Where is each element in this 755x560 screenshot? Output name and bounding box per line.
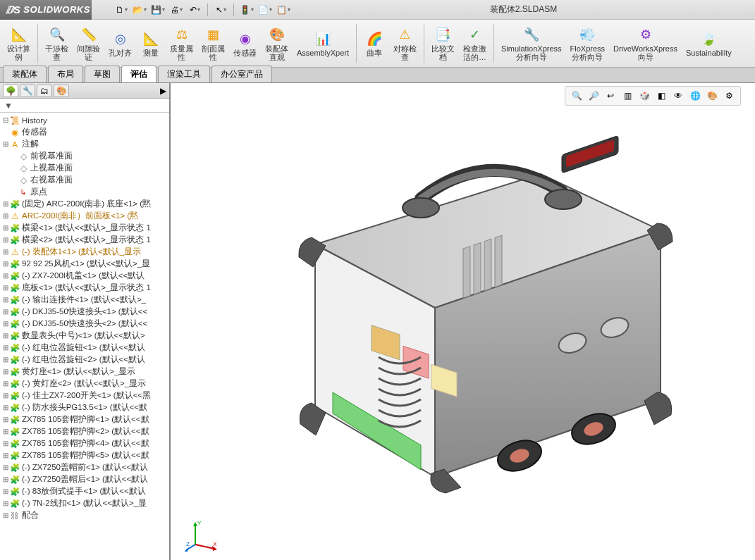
tab-render[interactable]: 渲染工具 — [158, 66, 210, 82]
configuration-manager-tab[interactable]: 🗂 — [37, 85, 52, 97]
expand-toggle[interactable]: ⊞ — [1, 499, 9, 507]
tree-item[interactable]: ⊞⚠ARC-200I(南非）前面板<1> (黙 — [0, 210, 169, 222]
open-button[interactable]: 📂▾ — [131, 2, 148, 18]
expand-toggle[interactable]: ⊞ — [1, 248, 9, 256]
tree-item[interactable]: ⊞🧩底板<1> (默认<<默认>_显示状态 1 — [0, 282, 169, 294]
expand-toggle[interactable]: ⊞ — [1, 308, 9, 316]
display-manager-tab[interactable]: 🎨 — [54, 85, 69, 97]
tree-item[interactable]: ⊞🧩(-) DKJ35-50快速接头<1> (默认<< — [0, 306, 169, 318]
save-button[interactable]: 💾▾ — [149, 2, 166, 18]
feature-tree[interactable]: ⊟📜History◉传感器⊞A注解◇前视基准面◇上视基准面◇右视基准面↳原点⊞🧩… — [0, 113, 169, 560]
expand-toggle[interactable]: ⊞ — [1, 284, 9, 292]
rebuild-button[interactable]: 🚦▾ — [238, 2, 255, 18]
tree-item[interactable]: ◉传感器 — [0, 126, 169, 138]
driveworksxpress-button[interactable]: ⚙DriveWorksXpress 向导 — [609, 20, 682, 67]
tree-item[interactable]: ⊞🧩ZX785 105套帽护脚<2> (默认<<默 — [0, 425, 169, 437]
tree-item[interactable]: ⊞🧩(-) 83放倒式提手<1> (默认<<默认 — [0, 485, 169, 497]
assembly-visual-button[interactable]: 🎨装配体 直观 — [261, 20, 293, 67]
tree-item[interactable]: ⊞🧩92 92 25风机<1> (默认<<默认>_显 — [0, 258, 169, 270]
tree-item[interactable]: ⊞🧩(-) 7N-2线扣<1> (默认<<默认>_显 — [0, 497, 169, 509]
tab-scroll-right-icon[interactable]: ▶ — [160, 86, 166, 96]
floxpress-button[interactable]: 💨FloXpress 分析向导 — [566, 20, 610, 67]
tree-item[interactable]: ⊞🧩(-) 输出连接件<1> (默认<<默认>_ — [0, 294, 169, 306]
assemblyxpert-button[interactable]: 📊AssemblyXpert — [293, 20, 353, 67]
properties-button[interactable]: 📋▾ — [275, 2, 292, 18]
expand-toggle[interactable]: ⊞ — [1, 224, 9, 232]
expand-toggle[interactable]: ⊞ — [1, 380, 9, 387]
expand-toggle[interactable]: ⊞ — [1, 463, 9, 471]
tree-item[interactable]: ⊞🧩ZX785 105套帽护脚<4> (默认<<默 — [0, 437, 169, 449]
tree-item[interactable]: ⊞🧩(-) ZX7250盖帽后<1> (默认<<默认 — [0, 473, 169, 485]
expand-toggle[interactable]: ⊞ — [1, 368, 9, 375]
tree-item[interactable]: ↳原点 — [0, 186, 169, 198]
expand-toggle[interactable]: ⊞ — [1, 404, 9, 411]
tree-item[interactable]: ⊞🧩(固定) ARC-200I(南非) 底座<1> (黙 — [0, 198, 169, 210]
expand-toggle[interactable]: ⊞ — [1, 487, 9, 495]
sensor-button[interactable]: ◉传感器 — [229, 20, 261, 67]
compare-button[interactable]: 📑比较文 档 — [427, 20, 459, 67]
tree-item[interactable]: ⊞🧩(-) 佳士ZX7-200开关<1> (默认<<黑 — [0, 390, 169, 402]
check-active-button[interactable]: ✓检查激 活的… — [459, 20, 491, 67]
measure-button[interactable]: 📐测量 — [136, 20, 166, 67]
expand-toggle[interactable]: ⊞ — [1, 200, 9, 208]
undo-button[interactable]: ↶▾ — [186, 2, 203, 18]
expand-toggle[interactable]: ⊞ — [1, 511, 9, 519]
symmetry-button[interactable]: ⚠对称检 查 — [389, 20, 421, 67]
tree-item[interactable]: ⊞🧩(-) DKJ35-50快速接头<2> (默认<< — [0, 318, 169, 330]
tree-item[interactable]: ◇右视基准面 — [0, 174, 169, 186]
sustainability-button[interactable]: 🍃Sustainability — [682, 20, 736, 67]
expand-toggle[interactable]: ⊞ — [1, 140, 9, 148]
tree-item[interactable]: ⊞🧩(-) 红电位器旋钮<2> (默认<<默认 — [0, 354, 169, 366]
tab-office[interactable]: 办公室产品 — [211, 66, 272, 82]
tree-item[interactable]: ⊞🧩数显表头(中号)<1> (默认<<默认> — [0, 330, 169, 342]
hole-align-button[interactable]: ◎孔对齐 — [104, 20, 136, 67]
expand-toggle[interactable]: ⊞ — [1, 236, 9, 244]
expand-toggle[interactable]: ⊞ — [1, 392, 9, 399]
tree-item[interactable]: ⊞🧩横梁<2> (默认<<默认>_显示状态 1 — [0, 234, 169, 246]
expand-toggle[interactable]: ⊞ — [1, 452, 9, 459]
tree-item[interactable]: ⊞🧩黄灯座<1> (默认<<默认>_显示 — [0, 366, 169, 378]
select-button[interactable]: ↖▾ — [212, 2, 229, 18]
tree-item[interactable]: ◇上视基准面 — [0, 162, 169, 174]
tree-item[interactable]: ⊞🧩(-) ZX7250盖帽前<1> (默认<<默认 — [0, 461, 169, 473]
tree-item[interactable]: ⊞🧩ZX785 105套帽护脚<5> (默认<<默 — [0, 449, 169, 461]
tree-item[interactable]: ⊞A注解 — [0, 138, 169, 150]
orientation-triad[interactable]: Y X Z — [185, 516, 220, 552]
expand-toggle[interactable]: ⊞ — [1, 332, 9, 340]
simulationxpress-button[interactable]: 🔧SimulationXpress 分析向导 — [497, 20, 566, 67]
tab-layout[interactable]: 布局 — [48, 66, 83, 82]
tree-item[interactable]: ⊟📜History — [0, 114, 169, 126]
tree-item[interactable]: ◇前视基准面 — [0, 150, 169, 162]
print-button[interactable]: 🖨▾ — [168, 2, 185, 18]
tree-item[interactable]: ⊞🧩横梁<1> (默认<<默认>_显示状态 1 — [0, 222, 169, 234]
design-study-button[interactable]: 📐设计算 例 — [3, 20, 35, 67]
interference-button[interactable]: 🔍干涉检 查 — [41, 20, 73, 67]
tab-assembly[interactable]: 装配体 — [3, 66, 47, 82]
expand-toggle[interactable]: ⊞ — [1, 356, 9, 363]
expand-toggle[interactable]: ⊟ — [1, 116, 9, 124]
tab-evaluate[interactable]: 评估 — [121, 66, 156, 82]
new-button[interactable]: 🗋▾ — [113, 2, 130, 18]
expand-toggle[interactable]: ⊞ — [1, 475, 9, 483]
mass-props-button[interactable]: ⚖质量属 性 — [166, 20, 197, 67]
expand-toggle[interactable]: ⊞ — [1, 272, 9, 280]
tab-sketch[interactable]: 草图 — [85, 66, 120, 82]
tree-item[interactable]: ⊞🧩(-) ZX7-200I机盖<1> (默认<<默认 — [0, 270, 169, 282]
curvature-button[interactable]: 🌈曲率 — [360, 20, 389, 67]
expand-toggle[interactable]: ⊞ — [1, 344, 9, 351]
options-button[interactable]: 📄▾ — [257, 2, 274, 18]
expand-toggle[interactable]: ⊞ — [1, 260, 9, 268]
expand-toggle[interactable]: ⊞ — [1, 212, 9, 220]
expand-toggle[interactable]: ⊞ — [1, 440, 9, 447]
tree-filter-bar[interactable]: ▼ — [0, 99, 169, 113]
tree-item[interactable]: ⊞🧩ZX785 105套帽护脚<1> (默认<<默 — [0, 413, 169, 425]
tree-item[interactable]: ⊞🧩(-) 黄灯座<2> (默认<<默认>_显示 — [0, 378, 169, 390]
tree-item[interactable]: ⊞⛓配合 — [0, 509, 169, 521]
tree-item[interactable]: ⊞⚠(-) 装配体1<1> (默认<默认_显示 — [0, 246, 169, 258]
property-manager-tab[interactable]: 🔧 — [20, 85, 35, 97]
expand-toggle[interactable]: ⊞ — [1, 428, 9, 435]
feature-tree-tab[interactable]: 🌳 — [3, 85, 18, 97]
tree-item[interactable]: ⊞🧩(-) 红电位器旋钮<1> (默认<<默认 — [0, 342, 169, 354]
expand-toggle[interactable]: ⊞ — [1, 416, 9, 423]
expand-toggle[interactable]: ⊞ — [1, 296, 9, 304]
